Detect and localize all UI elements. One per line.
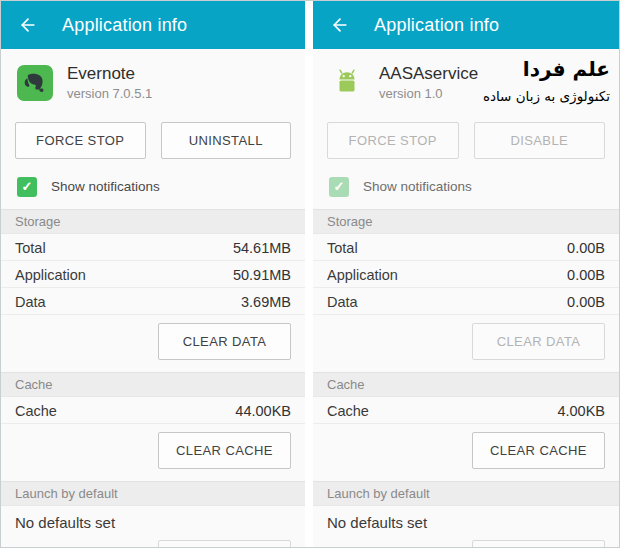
row-value: 0.00B — [567, 267, 605, 283]
section-header-storage: Storage — [313, 209, 619, 234]
android-icon — [329, 65, 365, 101]
app-info-panel-aasaservice: Application info AASAservice version 1 — [313, 1, 619, 547]
app-version: version 1.0 — [379, 86, 478, 101]
row-label: Application — [15, 267, 86, 283]
section-header-storage: Storage — [1, 209, 305, 234]
row-label: Total — [15, 240, 46, 256]
action-buttons: FORCE STOP DISABLE — [327, 122, 605, 159]
checkbox-checked-disabled-icon[interactable]: ✓ — [329, 177, 349, 197]
section-header-launch: Launch by default — [1, 481, 305, 506]
clear-data-button[interactable]: CLEAR DATA — [158, 323, 291, 360]
row-value: 0.00B — [567, 294, 605, 310]
app-bar: Application info — [1, 1, 305, 49]
clear-data-button[interactable]: CLEAR DATA — [472, 323, 605, 360]
row-label: Cache — [15, 403, 57, 419]
row-label: Application — [327, 267, 398, 283]
no-defaults-text: No defaults set — [313, 506, 619, 537]
storage-row-data: Data 0.00B — [313, 288, 619, 315]
back-icon[interactable] — [16, 13, 40, 37]
storage-row-total: Total 0.00B — [313, 234, 619, 261]
row-label: Cache — [327, 403, 369, 419]
page-title: Application info — [62, 15, 187, 36]
screenshot-frame: Application info Evernote version 7.0.5.… — [0, 0, 620, 548]
app-bar: Application info — [313, 1, 619, 49]
show-notifications-label: Show notifications — [363, 179, 472, 194]
clear-cache-button[interactable]: CLEAR CACHE — [158, 432, 291, 469]
back-icon[interactable] — [328, 13, 352, 37]
row-value: 50.91MB — [233, 267, 291, 283]
cache-row: Cache 44.00KB — [1, 397, 305, 424]
show-notifications-label: Show notifications — [51, 179, 160, 194]
row-label: Total — [327, 240, 358, 256]
app-name: AASAservice — [379, 64, 478, 84]
section-header-launch: Launch by default — [313, 481, 619, 506]
evernote-icon — [17, 65, 53, 101]
watermark-title: علم فردا — [483, 58, 610, 81]
cache-row: Cache 4.00KB — [313, 397, 619, 424]
show-notifications-row[interactable]: ✓ Show notifications — [17, 176, 289, 197]
row-label: Data — [15, 294, 46, 310]
force-stop-button[interactable]: FORCE STOP — [327, 122, 459, 159]
app-name: Evernote — [67, 64, 152, 84]
checkbox-checked-icon[interactable]: ✓ — [17, 177, 37, 197]
storage-row-total: Total 54.61MB — [1, 234, 305, 261]
storage-row-application: Application 0.00B — [313, 261, 619, 288]
uninstall-button[interactable]: UNINSTALL — [161, 122, 292, 159]
row-value: 0.00B — [567, 240, 605, 256]
row-value: 4.00KB — [557, 403, 605, 419]
row-label: Data — [327, 294, 358, 310]
watermark-subtitle: تکنولوژی به زبان ساده — [483, 88, 610, 104]
section-header-cache: Cache — [313, 372, 619, 397]
row-value: 3.69MB — [241, 294, 291, 310]
storage-row-data: Data 3.69MB — [1, 288, 305, 315]
app-identity: Evernote version 7.0.5.1 — [1, 49, 305, 114]
page-title: Application info — [374, 15, 499, 36]
app-info-panel-evernote: Application info Evernote version 7.0.5.… — [1, 1, 305, 547]
clear-defaults-button[interactable]: CLEAR DEFAULTS — [472, 540, 605, 547]
row-value: 44.00KB — [235, 403, 291, 419]
watermark: علم فردا تکنولوژی به زبان ساده — [483, 58, 610, 104]
row-value: 54.61MB — [233, 240, 291, 256]
section-header-cache: Cache — [1, 372, 305, 397]
action-buttons: FORCE STOP UNINSTALL — [15, 122, 291, 159]
app-version: version 7.0.5.1 — [67, 86, 152, 101]
force-stop-button[interactable]: FORCE STOP — [15, 122, 146, 159]
storage-row-application: Application 50.91MB — [1, 261, 305, 288]
no-defaults-text: No defaults set — [1, 506, 305, 537]
panel-divider — [305, 1, 313, 547]
show-notifications-row[interactable]: ✓ Show notifications — [329, 176, 603, 197]
disable-button[interactable]: DISABLE — [474, 122, 606, 159]
clear-defaults-button[interactable]: CLEAR DEFAULTS — [158, 540, 291, 547]
clear-cache-button[interactable]: CLEAR CACHE — [472, 432, 605, 469]
